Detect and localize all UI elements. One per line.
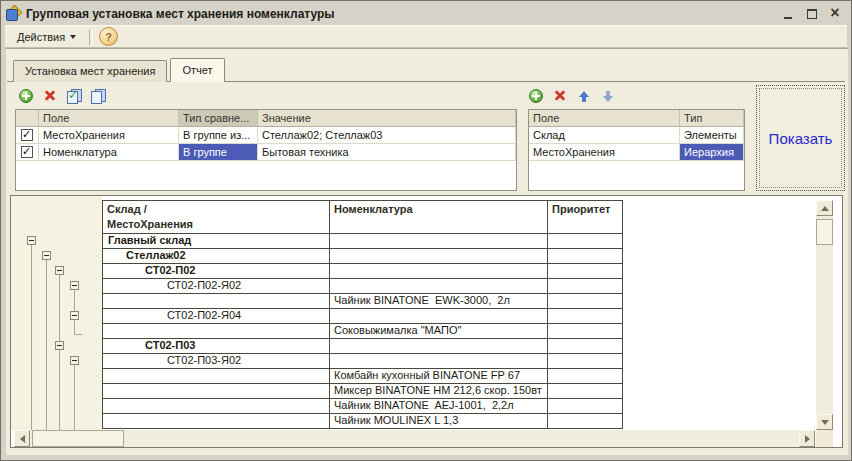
- report-row: Соковыжималка "МАПО": [103, 324, 623, 339]
- storage-cell[interactable]: СТ02-П03-Я02: [103, 354, 330, 369]
- storage-cell[interactable]: СТ02-П02-Я04: [103, 309, 330, 324]
- priority-cell[interactable]: [548, 249, 623, 264]
- uncheck-all-icon[interactable]: [90, 88, 106, 104]
- report-row: Комбайн кухонный BINATONE FP 67: [103, 369, 623, 384]
- storage-cell[interactable]: [103, 384, 330, 399]
- storage-cell[interactable]: СТ02-П02: [103, 264, 330, 279]
- row-checkbox[interactable]: [21, 129, 33, 141]
- nomenclature-cell[interactable]: Соковыжималка "МАПО": [330, 324, 548, 339]
- nomenclature-cell[interactable]: Комбайн кухонный BINATONE FP 67: [330, 369, 548, 384]
- nomenclature-cell[interactable]: [330, 234, 548, 249]
- field-cell[interactable]: МестоХранения: [39, 127, 179, 144]
- value-cell[interactable]: Бытовая техника: [258, 144, 516, 161]
- header-field[interactable]: Поле: [39, 110, 179, 127]
- tab[interactable]: Отчет: [170, 58, 224, 82]
- scroll-up-button[interactable]: [816, 200, 833, 216]
- vertical-scroll-thumb[interactable]: [816, 219, 833, 245]
- field-cell[interactable]: Номенклатура: [39, 144, 179, 161]
- header-type[interactable]: Тип: [680, 110, 744, 127]
- horizontal-scrollbar[interactable]: [14, 430, 815, 447]
- priority-cell[interactable]: [548, 354, 623, 369]
- compare-cell[interactable]: В группе: [179, 144, 258, 161]
- storage-cell[interactable]: [103, 414, 330, 429]
- header-field[interactable]: Поле: [529, 110, 680, 127]
- type-cell[interactable]: Иерархия: [680, 144, 744, 161]
- nomenclature-cell[interactable]: [330, 264, 548, 279]
- nomenclature-cell[interactable]: Чайник MOULINEX L 1,3: [330, 414, 548, 429]
- nomenclature-cell[interactable]: [330, 279, 548, 294]
- field-cell[interactable]: Склад: [529, 127, 680, 144]
- storage-cell[interactable]: Стеллаж02: [103, 249, 330, 264]
- storage-cell[interactable]: [103, 324, 330, 339]
- nomenclature-cell[interactable]: [330, 354, 548, 369]
- value-cell[interactable]: Стеллаж02; Стеллаж03: [258, 127, 516, 144]
- filter-table-header: Поле Тип сравне... Значение: [16, 110, 516, 127]
- storage-cell[interactable]: [103, 399, 330, 414]
- storage-cell[interactable]: [103, 294, 330, 309]
- move-down-icon[interactable]: [600, 88, 616, 104]
- collapse-toggle-icon[interactable]: [42, 251, 51, 260]
- priority-cell[interactable]: [548, 384, 623, 399]
- priority-cell[interactable]: [548, 324, 623, 339]
- priority-cell[interactable]: [548, 369, 623, 384]
- actions-menu-label: Действия: [17, 31, 65, 43]
- add-icon[interactable]: [18, 88, 34, 104]
- collapse-toggle-icon[interactable]: [70, 311, 79, 320]
- scroll-down-button[interactable]: [816, 414, 833, 430]
- row-checkbox[interactable]: [21, 146, 33, 158]
- storage-cell[interactable]: СТ02-П03: [103, 339, 330, 354]
- order-table-header: Поле Тип: [529, 110, 744, 127]
- collapse-toggle-icon[interactable]: [55, 341, 64, 350]
- priority-cell[interactable]: [548, 309, 623, 324]
- collapse-toggle-icon[interactable]: [27, 236, 36, 245]
- close-button[interactable]: [828, 7, 842, 21]
- storage-cell[interactable]: [103, 369, 330, 384]
- move-up-icon[interactable]: [576, 88, 592, 104]
- nomenclature-cell[interactable]: [330, 339, 548, 354]
- collapse-toggle-icon[interactable]: [70, 281, 79, 290]
- priority-cell[interactable]: [548, 414, 623, 429]
- priority-cell[interactable]: [548, 399, 623, 414]
- report-row: СТ02-П03: [103, 339, 623, 354]
- storage-cell[interactable]: Главный склад: [103, 234, 330, 249]
- help-button[interactable]: [99, 27, 118, 46]
- header-compare-type[interactable]: Тип сравне...: [179, 110, 258, 127]
- compare-cell[interactable]: В группе из...: [179, 127, 258, 144]
- scroll-left-button[interactable]: [14, 430, 30, 447]
- delete-icon[interactable]: [42, 88, 58, 104]
- report-header-priority[interactable]: Приоритет: [548, 201, 623, 234]
- nomenclature-cell[interactable]: Чайник BINATONE AEJ-1001, 2,2л: [330, 399, 548, 414]
- priority-cell[interactable]: [548, 294, 623, 309]
- report-header-row: Склад / МестоХранения Номенклатура Приор…: [103, 201, 623, 234]
- report-row: СТ02-П02: [103, 264, 623, 279]
- show-button[interactable]: Показать: [756, 85, 845, 191]
- nomenclature-cell[interactable]: Чайник BINATONE EWK-3000, 2л: [330, 294, 548, 309]
- header-value[interactable]: Значение: [258, 110, 516, 127]
- scroll-right-button[interactable]: [799, 430, 815, 447]
- maximize-button[interactable]: [805, 7, 819, 21]
- app-window: Групповая установка мест хранения номенк…: [0, 0, 852, 461]
- type-cell[interactable]: Элементы: [680, 127, 744, 144]
- priority-cell[interactable]: [548, 339, 623, 354]
- field-cell[interactable]: МестоХранения: [529, 144, 680, 161]
- priority-cell[interactable]: [548, 279, 623, 294]
- check-all-icon[interactable]: [66, 88, 82, 104]
- collapse-toggle-icon[interactable]: [70, 356, 79, 365]
- tab[interactable]: Установка мест хранения: [13, 60, 167, 82]
- minimize-button[interactable]: [782, 7, 796, 21]
- nomenclature-cell[interactable]: [330, 309, 548, 324]
- collapse-toggle-icon[interactable]: [55, 266, 64, 275]
- priority-cell[interactable]: [548, 264, 623, 279]
- add-icon[interactable]: [528, 88, 544, 104]
- report-header-nomenclature[interactable]: Номенклатура: [330, 201, 548, 234]
- delete-icon[interactable]: [552, 88, 568, 104]
- actions-menu[interactable]: Действия: [10, 28, 83, 46]
- report-row: Чайник BINATONE EWK-3000, 2л: [103, 294, 623, 309]
- report-header-storage[interactable]: Склад / МестоХранения: [103, 201, 330, 234]
- vertical-scrollbar[interactable]: [816, 200, 833, 430]
- nomenclature-cell[interactable]: Миксер BINATONE HM 212,6 скор. 150вт: [330, 384, 548, 399]
- priority-cell[interactable]: [548, 234, 623, 249]
- storage-cell[interactable]: СТ02-П02-Я02: [103, 279, 330, 294]
- horizontal-scroll-thumb[interactable]: [32, 430, 124, 447]
- nomenclature-cell[interactable]: [330, 249, 548, 264]
